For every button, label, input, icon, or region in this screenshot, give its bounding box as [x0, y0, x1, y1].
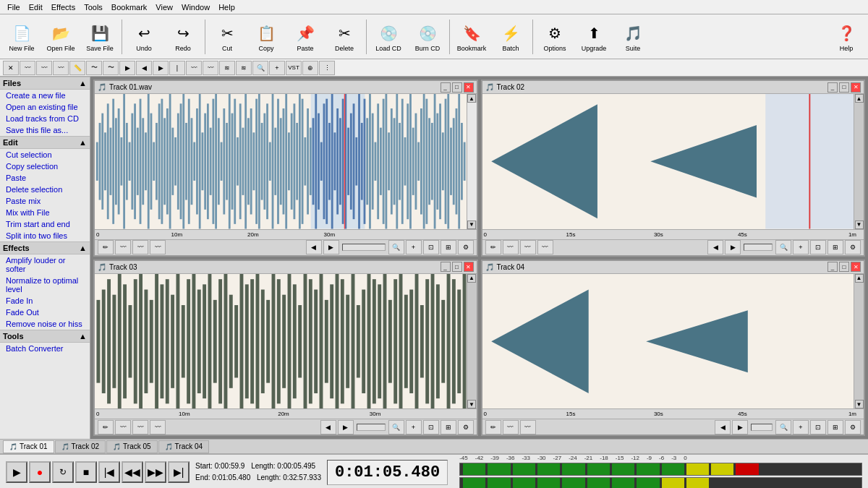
menu-bookmark[interactable]: Bookmark	[107, 1, 152, 13]
track02-wave-btn2[interactable]: 〰	[520, 240, 536, 254]
menu-file[interactable]: File	[3, 1, 25, 13]
tb2-wave3-button[interactable]: 〰	[53, 61, 69, 75]
menu-tools[interactable]: Tools	[80, 1, 107, 13]
sidebar-item-open[interactable]: Open an existing file	[0, 101, 90, 113]
track02-wave-btn1[interactable]: 〰	[503, 240, 519, 254]
sidebar-item-split[interactable]: Split into two files	[0, 230, 90, 241]
track02-wave-btn3[interactable]: 〰	[537, 240, 553, 254]
track03-zoom-in[interactable]: +	[406, 420, 422, 435]
track02-arrow-right[interactable]: ▶	[725, 240, 741, 254]
track02-minimize-button[interactable]: _	[827, 82, 838, 93]
track02-zoom-out[interactable]: 🔍	[775, 240, 791, 254]
tab-track02[interactable]: 🎵 Track 02	[55, 440, 106, 453]
tb2-wave8-button[interactable]: ≋	[219, 61, 235, 75]
track02-waveform[interactable]	[482, 94, 854, 229]
track04-minimize-button[interactable]: _	[827, 262, 838, 272]
sidebar-item-amplify[interactable]: Amplify louder or softer	[0, 254, 90, 275]
track01-settings[interactable]: ⚙	[458, 240, 474, 254]
track04-close-button[interactable]: ✕	[851, 262, 861, 272]
track04-zoom-fit[interactable]: ⊡	[810, 420, 826, 435]
track03-arrow-right[interactable]: ▶	[338, 420, 354, 435]
track04-scroll-track[interactable]	[751, 424, 773, 431]
sidebar-item-fade-in[interactable]: Fade In	[0, 295, 90, 307]
tb2-play-button[interactable]: ▶	[119, 61, 135, 75]
track01-zoom-fit[interactable]: ⊡	[423, 240, 439, 254]
track03-wave-btn2[interactable]: 〰	[132, 420, 148, 435]
track01-maximize-button[interactable]: □	[452, 82, 462, 93]
tb2-zoom-button[interactable]: 🔍	[252, 61, 268, 75]
save-file-button[interactable]: 💾 Save File	[81, 17, 119, 57]
sidebar-item-save-as[interactable]: Save this file as...	[0, 124, 90, 136]
track04-wave-btn2[interactable]: 〰	[520, 420, 536, 435]
tb2-prev-button[interactable]: ◀	[136, 61, 152, 75]
menu-edit[interactable]: Edit	[25, 1, 47, 13]
track01-pencil-button[interactable]: ✏	[98, 240, 114, 254]
track04-waveform[interactable]	[482, 274, 854, 409]
track03-pencil-button[interactable]: ✏	[98, 420, 114, 435]
fast-forward-button[interactable]: ▶▶	[145, 461, 166, 483]
track02-pencil-button[interactable]: ✏	[485, 240, 501, 254]
tb2-mark-button[interactable]: |	[169, 61, 185, 75]
bookmark-button[interactable]: 🔖 Bookmark	[453, 17, 490, 57]
track01-scroll-up[interactable]: ▲	[467, 94, 476, 103]
tb2-ruler-button[interactable]: 📏	[69, 61, 85, 75]
track04-zoom-in[interactable]: +	[793, 420, 809, 435]
tab-track01[interactable]: 🎵 Track 01	[3, 440, 54, 453]
track04-scroll-down[interactable]: ▼	[855, 400, 864, 408]
track02-zoom-in[interactable]: +	[793, 240, 809, 254]
tb2-wave6-button[interactable]: 〰	[186, 61, 202, 75]
burn-cd-button[interactable]: 💿 Burn CD	[409, 17, 446, 57]
track03-zoom-fit[interactable]: ⊡	[423, 420, 439, 435]
sidebar-item-create[interactable]: Create a new file	[0, 90, 90, 101]
menu-window[interactable]: Window	[177, 1, 214, 13]
sidebar-item-denoise[interactable]: Remove noise or hiss	[0, 318, 90, 330]
track03-wave-btn1[interactable]: 〰	[115, 420, 131, 435]
track03-zoom-fit2[interactable]: ⊞	[441, 420, 456, 435]
cut-button[interactable]: ✂ Cut	[208, 17, 246, 57]
goto-end-button[interactable]: ▶|	[168, 461, 190, 483]
sidebar-item-batch-converter[interactable]: Batch Converter	[0, 343, 90, 354]
track04-zoom-out[interactable]: 🔍	[775, 420, 791, 435]
tb2-close-button[interactable]: ✕	[3, 61, 19, 75]
track02-scroll-track[interactable]	[744, 244, 773, 251]
track01-minimize-button[interactable]: _	[441, 82, 451, 93]
tb2-wave7-button[interactable]: 〰	[203, 61, 218, 75]
suite-button[interactable]: 🎵 Suite	[614, 17, 652, 57]
track02-close-button[interactable]: ✕	[851, 82, 861, 93]
track03-settings[interactable]: ⚙	[458, 420, 474, 435]
tab-track04[interactable]: 🎵 Track 04	[158, 440, 210, 453]
track03-scroll-track[interactable]	[357, 424, 386, 431]
track04-zoom-fit2[interactable]: ⊞	[827, 420, 843, 435]
track01-zoom-in[interactable]: +	[406, 240, 422, 254]
track04-scrollbar[interactable]: ▲ ▼	[854, 274, 864, 409]
tab-track05[interactable]: 🎵 Track 05	[106, 440, 158, 453]
track02-scroll-up[interactable]: ▲	[855, 94, 864, 103]
redo-button[interactable]: ↪ Redo	[164, 17, 202, 57]
track01-arrow-right[interactable]: ▶	[323, 240, 339, 254]
sidebar-item-normalize[interactable]: Normalize to optimal level	[0, 275, 90, 295]
track03-close-button[interactable]: ✕	[464, 262, 474, 272]
help-button[interactable]: ❓ Help	[827, 17, 865, 57]
menu-view[interactable]: View	[151, 1, 177, 13]
menu-help[interactable]: Help	[214, 1, 239, 13]
load-cd-button[interactable]: 💿 Load CD	[370, 17, 407, 57]
track03-waveform[interactable]	[95, 274, 467, 409]
tb2-wave5-button[interactable]: 〜	[103, 61, 119, 75]
sidebar-edit-header[interactable]: Edit ▲	[0, 136, 90, 149]
menu-effects[interactable]: Effects	[47, 1, 80, 13]
track03-scroll-down[interactable]: ▼	[467, 400, 476, 408]
track04-maximize-button[interactable]: □	[839, 262, 849, 272]
track01-scroll-down[interactable]: ▼	[467, 221, 476, 229]
upgrade-button[interactable]: ⬆ Upgrade	[575, 17, 613, 57]
track03-arrow-left[interactable]: ◀	[320, 420, 336, 435]
track04-pencil-button[interactable]: ✏	[485, 420, 501, 435]
track03-zoom-out[interactable]: 🔍	[388, 420, 404, 435]
track04-wave-btn1[interactable]: 〰	[503, 420, 519, 435]
track02-arrow-left[interactable]: ◀	[707, 240, 723, 254]
track03-wave-btn3[interactable]: 〰	[150, 420, 166, 435]
tb2-vst-button[interactable]: VST	[286, 61, 302, 75]
track02-zoom-fit[interactable]: ⊡	[810, 240, 826, 254]
sidebar-item-mix-with-file[interactable]: Mix with File	[0, 207, 90, 218]
sidebar-item-fade-out[interactable]: Fade Out	[0, 307, 90, 318]
track01-zoom-out[interactable]: 🔍	[388, 240, 404, 254]
